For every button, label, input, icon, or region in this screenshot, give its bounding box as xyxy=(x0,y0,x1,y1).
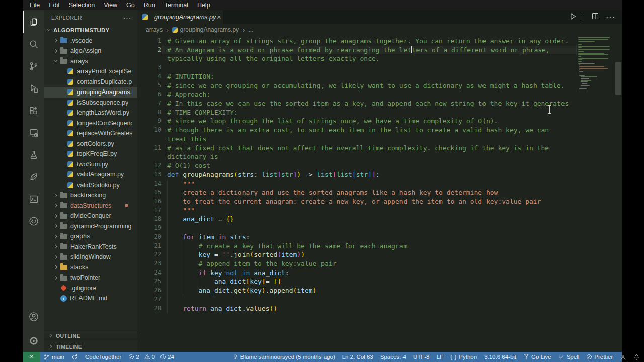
tree-item-divideconquer[interactable]: divideConquer xyxy=(44,211,137,221)
menu-selection[interactable]: Selection xyxy=(64,0,99,10)
count-value: 24 xyxy=(168,354,174,360)
tree-item-containsduplicate-py[interactable]: containsDuplicate.py xyxy=(44,77,137,87)
tree-item-twopointer[interactable]: twoPointer xyxy=(44,273,137,283)
sync-icon xyxy=(71,354,78,360)
tree-item-arrays[interactable]: arrays xyxy=(44,56,137,67)
tree-item-lengthlastword-py[interactable]: lengthLastWord.py xyxy=(44,108,137,118)
tree-item--vscode[interactable]: .vscode xyxy=(44,36,137,46)
activity-source-control[interactable] xyxy=(23,55,44,77)
status-eol[interactable]: LF xyxy=(433,352,446,362)
close-icon[interactable]: × xyxy=(216,13,222,21)
minimap-line xyxy=(578,56,581,57)
status-indentation[interactable]: Spaces: 4 xyxy=(377,352,410,362)
line-number: 2 xyxy=(137,46,162,55)
status-spell[interactable]: Spell xyxy=(555,352,583,362)
tree-root[interactable]: ALGORITHMSTUDY xyxy=(44,25,137,36)
more-actions-button[interactable]: ··· xyxy=(606,13,615,22)
breadcrumb-item[interactable]: groupingAnagrams.py xyxy=(172,26,239,33)
tree-item-backtracking[interactable]: backtracking xyxy=(44,190,137,201)
code-text: # Given an array of strings strs, group … xyxy=(162,37,577,46)
tree-item-issubsequence-py[interactable]: isSubsequence.py xyxy=(44,98,137,108)
remote-explorer-icon xyxy=(29,128,39,138)
status-cursor-position[interactable]: Ln 2, Col 63 xyxy=(339,352,377,362)
scrollbar-thumb[interactable] xyxy=(615,62,621,95)
menu-go[interactable]: Go xyxy=(122,0,139,10)
minimap-line xyxy=(581,78,589,79)
tree-item-algoassign[interactable]: algoAssign xyxy=(44,46,137,56)
code-line-12: 12# O(1) cost xyxy=(137,161,577,170)
menu-help[interactable]: Help xyxy=(193,0,215,10)
activity-explorer[interactable] xyxy=(23,11,44,33)
sidebar-more-actions-icon[interactable]: ··· xyxy=(123,14,131,22)
split-editor-button[interactable] xyxy=(591,12,599,22)
menu-view[interactable]: View xyxy=(99,0,122,10)
folder-icon xyxy=(60,234,70,239)
activity-accounts[interactable] xyxy=(23,306,44,328)
line-number: 16 xyxy=(137,197,162,206)
branch-icon xyxy=(43,354,50,360)
tree-item-hakerranktests[interactable]: HakerRankTests xyxy=(44,242,137,252)
run-button[interactable] xyxy=(569,12,577,23)
breadcrumb-item[interactable]: arrays xyxy=(146,26,163,33)
tree-item-twosum-py[interactable]: twoSum.py xyxy=(44,159,137,170)
status-notifications[interactable] xyxy=(630,352,643,362)
breadcrumb-item[interactable]: ... xyxy=(248,26,253,33)
tree-item-readme-md[interactable]: iREADME.md xyxy=(44,293,137,304)
menu-file[interactable]: File xyxy=(25,0,44,10)
activity-run-debug[interactable] xyxy=(23,77,44,100)
panel-timeline[interactable]: TIMELINE xyxy=(44,341,137,352)
menu-edit[interactable]: Edit xyxy=(44,0,64,10)
menu-terminal[interactable]: Terminal xyxy=(160,0,193,10)
activity-testing[interactable] xyxy=(23,144,44,166)
tree-item-replacewithgreates-[interactable]: replaceWithGreates... xyxy=(44,128,137,139)
tree-item-arrayprodexceptsel-[interactable]: arrayProdExceptSel... xyxy=(44,66,137,77)
activity-terminal-tool[interactable] xyxy=(23,188,44,210)
tree-item-dynamicprogramming[interactable]: dynamicProgramming xyxy=(44,221,137,232)
activity-settings[interactable] xyxy=(23,330,44,352)
status-prettier[interactable]: Prettier xyxy=(583,352,616,362)
tree-item-groupinganagrams-py[interactable]: groupingAnagrams.py xyxy=(44,87,137,98)
tree-item-stacks[interactable]: stacks xyxy=(44,262,137,273)
chevron-right-icon xyxy=(54,49,57,53)
tree-item-datastructures[interactable]: dataStructures xyxy=(44,201,137,211)
tree-item-sortcolors-py[interactable]: sortColors.py xyxy=(44,139,137,149)
activity-mongodb[interactable] xyxy=(23,166,44,188)
status-encoding[interactable]: UTF-8 xyxy=(410,352,433,362)
vertical-scrollbar[interactable] xyxy=(615,35,622,352)
tree-item-slidingwindow[interactable]: slidingWindow xyxy=(44,252,137,262)
python-icon xyxy=(67,151,77,157)
minimap[interactable] xyxy=(578,37,614,90)
tab-grouping-anagrams[interactable]: groupingAnagrams.py × xyxy=(137,10,223,24)
run-dropdown-button[interactable] xyxy=(581,13,585,22)
activity-search[interactable] xyxy=(23,33,44,55)
tree-item-longestconsequenc-[interactable]: longestConSequenc... xyxy=(44,118,137,129)
breadcrumb-label: ... xyxy=(248,26,253,33)
panel-outline[interactable]: OUTLINE xyxy=(44,330,137,341)
status-remote-indicator[interactable] xyxy=(23,352,40,362)
tree-item-topkfreqel-py[interactable]: topKFreqEl.py xyxy=(44,149,137,159)
status-language-mode[interactable]: { }Python xyxy=(447,352,480,362)
tree-item-validanagram-py[interactable]: validAnagram.py xyxy=(44,169,137,180)
activity-extensions[interactable] xyxy=(23,100,44,122)
tree-item-label: sortColors.py xyxy=(77,140,114,147)
status-go-live[interactable]: Go Live xyxy=(520,352,555,362)
code-line-7: 7# In this case we can use the sorted it… xyxy=(137,99,577,108)
code-editor[interactable]: 1# Given an array of strings strs, group… xyxy=(137,35,622,352)
tree-item--gitignore[interactable]: .gitignore xyxy=(44,283,137,294)
tree-root-label: ALGORITHMSTUDY xyxy=(53,27,109,33)
status-gitlens-blame[interactable]: Blame saminoorsyed (5 months ago) xyxy=(229,352,339,362)
activity-live-code[interactable] xyxy=(23,210,44,232)
activity-remote-explorer[interactable] xyxy=(23,122,44,144)
status-python-version[interactable]: 3.10.6 64-bit xyxy=(480,352,520,362)
status-problems[interactable]: 2024 xyxy=(125,352,181,362)
menu-run[interactable]: Run xyxy=(139,0,160,10)
tree-item-graphs[interactable]: graphs xyxy=(44,231,137,242)
status-sync[interactable] xyxy=(68,352,82,362)
folder-icon xyxy=(60,275,70,281)
tree-item-validsodoku-py[interactable]: validSodoku.py xyxy=(44,180,137,191)
tree-item-label: backtracking xyxy=(70,192,106,199)
status-git-branch[interactable]: main xyxy=(40,352,68,362)
status-feedback[interactable] xyxy=(616,352,630,362)
status-codetogether[interactable]: CodeTogether xyxy=(82,352,125,362)
tree-item-label: validAnagram.py xyxy=(77,171,124,178)
